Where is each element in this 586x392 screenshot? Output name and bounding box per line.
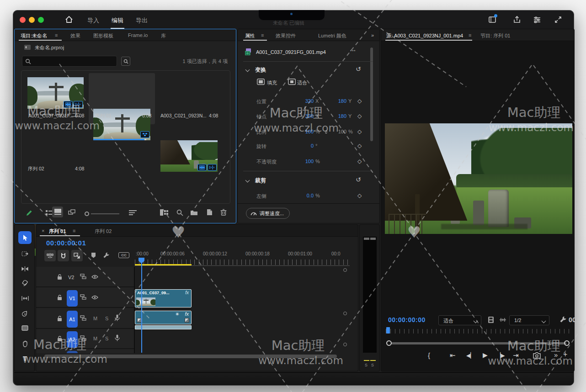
fit-label[interactable]: 适合 (297, 79, 307, 86)
eye-icon[interactable] (91, 295, 98, 300)
timeline-settings-wrench-icon[interactable] (103, 252, 110, 259)
chevron-down-icon[interactable] (246, 178, 250, 182)
new-bin-icon[interactable] (190, 209, 198, 216)
tab-program[interactable]: 节目: 序列 01 (480, 32, 510, 39)
go-to-in-button[interactable]: ⇤ (450, 351, 456, 360)
add-button-plus[interactable]: + (563, 350, 567, 359)
tab-libraries[interactable]: 库 (161, 32, 166, 39)
bin-name[interactable]: 未命名.prproj (35, 44, 64, 51)
audio-clip-a001[interactable]: ✳ fx (135, 311, 192, 324)
thumbnail-scrub-bar[interactable] (93, 139, 144, 140)
rectangle-tool[interactable] (18, 322, 32, 334)
grid-view-button-active[interactable] (52, 207, 63, 217)
track-header-a2[interactable]: A2 M S (36, 330, 134, 349)
fx-badge[interactable]: fx (185, 311, 189, 317)
linked-selection-icon[interactable] (71, 250, 83, 261)
panel-menu-icon[interactable]: ≡ (261, 32, 264, 38)
track-name[interactable]: V2 (68, 275, 74, 280)
property-value-scale-y[interactable]: 100 (327, 129, 346, 134)
trash-icon[interactable] (220, 209, 227, 216)
more-options-icon[interactable]: ••• (350, 48, 356, 53)
solo-label-right[interactable]: S (371, 363, 374, 367)
thumbnail-scrub-handle[interactable] (144, 139, 146, 140)
property-value-crop-left[interactable]: 0.0 (283, 193, 314, 198)
source-patch-badge[interactable]: A1 (67, 311, 78, 328)
solo-button[interactable]: S (105, 316, 108, 321)
lock-icon[interactable] (57, 316, 62, 322)
tab-lumetri-color[interactable]: Lumetri 颜色 (318, 32, 346, 39)
tab-effects[interactable]: 效果 (70, 32, 80, 39)
selection-tool[interactable] (18, 231, 32, 244)
mic-icon[interactable] (115, 314, 120, 321)
sort-icon[interactable] (129, 210, 137, 216)
search-box[interactable] (22, 56, 117, 67)
property-value-y[interactable]: 180 (327, 113, 346, 119)
mic-icon[interactable] (115, 334, 120, 341)
home-icon[interactable] (64, 15, 74, 24)
keyframe-toggle-icon[interactable]: ◇ (357, 113, 362, 119)
fill-label[interactable]: 填充 (267, 79, 277, 86)
source-time-ruler[interactable] (386, 329, 570, 334)
more-buttons-chevrons[interactable]: » (554, 351, 558, 359)
source-patch-badge[interactable]: V1 (67, 290, 78, 307)
fx-badge[interactable]: fx (185, 290, 189, 295)
property-value-x[interactable]: 320 (283, 98, 314, 104)
tab-export[interactable]: 导出 (136, 16, 148, 25)
property-value-y[interactable]: 180 (327, 98, 346, 104)
track-targeting-icon[interactable] (80, 335, 86, 341)
video-clip-a001[interactable]: A001_C037_09... fx (135, 289, 192, 307)
timeline-timecode[interactable]: 00:00:00:01 (46, 239, 86, 247)
tab-properties[interactable]: 属性 (245, 32, 255, 39)
fullscreen-icon[interactable] (554, 15, 563, 24)
panel-menu-icon[interactable]: ≡ (73, 228, 75, 233)
playhead-line[interactable] (141, 262, 142, 353)
insert-overwrite-sequence-icon[interactable] (44, 250, 56, 261)
slip-tool[interactable] (18, 292, 32, 305)
tab-graphics-templates[interactable]: 图形模板 (93, 32, 113, 39)
track-header-v2[interactable]: V2 (36, 268, 134, 287)
add-marker-icon[interactable] (91, 252, 96, 258)
tab-source[interactable]: 源: A003_C021_0923NJ_001.mp4 (386, 32, 463, 39)
keyframe-toggle-icon[interactable]: ◇ (357, 98, 362, 104)
transform-section-title[interactable]: 变换 (255, 66, 266, 74)
keyframe-toggle-icon[interactable]: ◇ (357, 128, 362, 135)
item-name[interactable]: 序列 02 (28, 166, 44, 172)
step-forward-button[interactable]: ▕▶ (496, 352, 505, 359)
search-bin-icon[interactable] (121, 57, 130, 66)
project-item-thumbnail[interactable] (27, 77, 84, 109)
reset-crop-icon[interactable]: ↺ (356, 176, 361, 183)
mute-button[interactable]: M (93, 316, 97, 321)
mark-in-button[interactable]: { (428, 351, 430, 359)
adjust-speed-button[interactable]: 调整速度... (246, 208, 290, 219)
zoom-window-button[interactable] (38, 17, 44, 23)
panel-menu-icon[interactable]: ≡ (469, 32, 471, 38)
project-item-thumbnail[interactable] (160, 140, 218, 172)
fit-icon[interactable] (288, 79, 296, 85)
panel-menu-icon[interactable]: ≡ (55, 32, 58, 38)
pen-tool[interactable] (18, 307, 32, 320)
source-timecode[interactable]: 00:00:00:00 (388, 316, 426, 323)
tab-sequence-02[interactable]: 序列 02 (95, 228, 112, 235)
track-select-forward-tool[interactable] (18, 247, 32, 260)
eye-icon[interactable] (91, 275, 98, 279)
property-value-rotation[interactable]: 0 (283, 143, 314, 148)
track-zoom-handle[interactable] (343, 312, 347, 315)
audio-zoom-handle[interactable] (343, 343, 347, 346)
track-targeting-icon[interactable] (80, 274, 86, 279)
track-header-a1[interactable]: A1 M S (36, 309, 134, 329)
tab-frameio[interactable]: Frame.io (128, 32, 148, 38)
crop-section-title[interactable]: 裁剪 (255, 177, 266, 185)
wrench-icon[interactable] (559, 316, 567, 323)
minimize-window-button[interactable] (29, 17, 35, 23)
go-to-out-button[interactable]: ⇥ (513, 351, 519, 360)
tab-import[interactable]: 导入 (87, 16, 99, 25)
close-window-button[interactable] (20, 17, 26, 23)
fill-icon[interactable] (257, 79, 265, 85)
audio-meters-panel[interactable]: S S (359, 224, 380, 371)
source-playhead[interactable] (386, 327, 390, 334)
zoom-slider-handle[interactable] (85, 212, 89, 216)
playback-resolution-select[interactable]: 1/2 (509, 315, 549, 325)
find-icon[interactable] (176, 209, 183, 216)
item-name[interactable]: 序列 01 (95, 113, 112, 119)
audio-clip-waveform-strip[interactable] (135, 325, 192, 329)
